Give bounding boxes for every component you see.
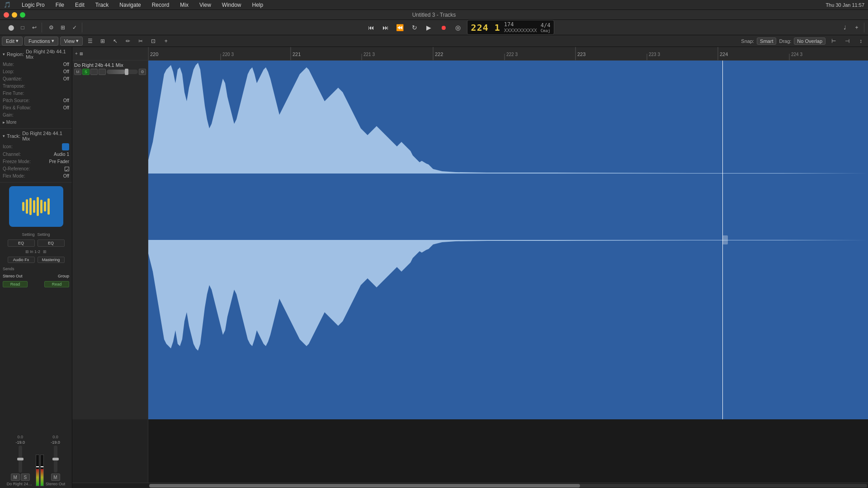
marquee-tool[interactable]: ⊡: [148, 36, 159, 46]
region-inspector-header[interactable]: ▾ Region: Do Right 24b 44.1 Mix: [3, 49, 69, 60]
channel-value[interactable]: Audio 1: [54, 151, 69, 158]
view-menu-btn[interactable]: View ▾: [60, 37, 83, 46]
pointer-tool[interactable]: ↖: [110, 36, 121, 46]
q-ref-checkbox[interactable]: ✓: [65, 167, 69, 171]
fast-forward-button[interactable]: ⏭: [380, 23, 391, 33]
list-view-btn[interactable]: ☰: [85, 36, 95, 46]
toolbar-metronome[interactable]: ♩: [840, 23, 850, 33]
track-mute-btn[interactable]: M: [74, 69, 81, 75]
icon-label: Icon:: [3, 144, 13, 150]
close-button[interactable]: [4, 12, 9, 18]
inspector-gain-row: Gain:: [3, 112, 69, 118]
track-settings-btn[interactable]: ⚙: [139, 69, 146, 75]
window-controls[interactable]: [4, 12, 25, 18]
menu-navigate[interactable]: Navigate: [118, 2, 142, 8]
menu-window[interactable]: Window: [220, 2, 243, 8]
pan-right-2: -19.0: [51, 440, 60, 445]
menu-edit[interactable]: Edit: [73, 2, 86, 8]
track-volume-fader[interactable]: [107, 70, 138, 74]
flex-follow-label: Flex & Follow:: [3, 105, 31, 111]
menu-logic-pro[interactable]: Logic Pro: [20, 2, 47, 8]
solo-btn-1[interactable]: S: [21, 474, 30, 481]
eq-btn-2[interactable]: EQ: [38, 239, 65, 247]
mastering-btn[interactable]: Mastering: [38, 257, 65, 263]
freeze-value[interactable]: Pre Fader: [49, 159, 69, 165]
channel-fader-2[interactable]: [54, 446, 57, 473]
in-2-btn[interactable]: ⊞: [43, 249, 47, 254]
toolbar-check[interactable]: ✓: [69, 23, 80, 33]
drag-value[interactable]: No Overlap: [794, 38, 826, 45]
track-inspector-header[interactable]: ▾ Track: Do Right 24b 44.1 Mix: [3, 131, 69, 141]
menu-file[interactable]: File: [54, 2, 66, 8]
zoom-out-h[interactable]: ⊣: [842, 36, 853, 46]
channel-fader-1[interactable]: [19, 446, 22, 473]
audio-fx-btn[interactable]: Audio Fx: [8, 257, 35, 263]
add-track-btn[interactable]: +: [160, 36, 171, 46]
scrollbar-thumb[interactable]: [149, 484, 580, 488]
pencil-tool[interactable]: ✏: [123, 36, 133, 46]
track-solo-btn[interactable]: S: [82, 69, 90, 75]
scrollbar-track[interactable]: [149, 484, 867, 488]
track-side-header: Do Right 24b 44.1 Mix M S ⚙: [72, 61, 148, 419]
menu-record[interactable]: Record: [150, 2, 171, 8]
rewind-button[interactable]: ⏮: [366, 23, 377, 33]
menu-view[interactable]: View: [198, 2, 213, 8]
menubar: 🎵 Logic Pro File Edit Track Navigate Rec…: [0, 0, 868, 10]
capture-button[interactable]: ◎: [453, 23, 463, 33]
empty-track-area: [72, 419, 868, 483]
icon-value[interactable]: [62, 143, 69, 150]
toolbar-glue[interactable]: ⊞: [57, 23, 68, 33]
quantize-value[interactable]: Off: [63, 76, 69, 82]
track-inspector: ▾ Track: Do Right 24b 44.1 Mix Icon: Cha…: [0, 129, 72, 183]
menu-help[interactable]: Help: [250, 2, 265, 8]
play-button[interactable]: ▶: [424, 23, 434, 33]
mute-value[interactable]: Off: [63, 61, 69, 68]
main-content: ▾ Region: Do Right 24b 44.1 Mix Mute: Of…: [0, 47, 868, 488]
add-track-btn[interactable]: +: [75, 51, 78, 56]
pitch-source-value[interactable]: Off: [63, 98, 69, 104]
toolbar-save[interactable]: ↩: [29, 23, 40, 33]
inspector-loop-row: Loop: Off: [3, 69, 69, 75]
snap-value[interactable]: Smart: [757, 38, 776, 45]
region-inspector: ▾ Region: Do Right 24b 44.1 Mix Mute: Of…: [0, 47, 72, 129]
track-record-btn[interactable]: [90, 69, 98, 75]
edit-menu-btn[interactable]: Edit ▾: [2, 37, 23, 46]
functions-menu-btn[interactable]: Functions ▾: [24, 37, 58, 46]
loop-value[interactable]: Off: [63, 69, 69, 75]
automation-read-btn-1[interactable]: Read: [3, 281, 28, 287]
vu-meter-left: [36, 455, 39, 486]
inspector-more-row[interactable]: ▸ More: [3, 119, 69, 126]
zoom-in-h[interactable]: ⊢: [828, 36, 839, 46]
mute-btn-1[interactable]: M: [11, 474, 20, 481]
setting-btn-2[interactable]: Setting: [38, 232, 50, 237]
mute-btn-2[interactable]: M: [51, 474, 60, 481]
flex-follow-value[interactable]: Off: [63, 105, 69, 111]
toolbar-new[interactable]: ⬤: [5, 23, 16, 33]
grid-view-btn[interactable]: ⊞: [97, 36, 108, 46]
toolbar-scissors[interactable]: ⚙: [46, 23, 57, 33]
waveform-canvas[interactable]: Do Right 24b 44.1 Mix Do Right 24b 44.1 …: [148, 61, 868, 419]
flex-mode-value[interactable]: Off: [63, 173, 69, 179]
toolbar-count-in[interactable]: +: [851, 23, 862, 33]
menu-mix[interactable]: Mix: [178, 2, 190, 8]
waveform-top: [148, 61, 868, 240]
setting-btn-1[interactable]: Setting: [22, 232, 34, 237]
zoom-in-v[interactable]: ↕: [855, 36, 866, 46]
scissors-tool[interactable]: ✂: [135, 36, 146, 46]
menu-track[interactable]: Track: [94, 2, 111, 8]
minimize-button[interactable]: [12, 12, 17, 18]
svg-text:220 3: 220 3: [222, 52, 234, 57]
track-input-monitor[interactable]: [99, 69, 106, 75]
automation-read-btn-2[interactable]: Read: [44, 281, 69, 287]
svg-text:222 3: 222 3: [506, 52, 518, 57]
eq-btn-1[interactable]: EQ: [8, 239, 35, 247]
toolbar-open[interactable]: □: [17, 23, 28, 33]
in-1-2-btn[interactable]: ⊞In 1-2: [25, 249, 40, 254]
maximize-button[interactable]: [20, 12, 25, 18]
record-button[interactable]: ⏺: [438, 23, 449, 33]
region-split-handle[interactable]: [722, 235, 728, 244]
cycle-button[interactable]: ↻: [409, 23, 420, 33]
horizontal-scrollbar[interactable]: [72, 483, 868, 488]
track-thumbnail-area: [0, 183, 72, 230]
go-to-start[interactable]: ⏪: [395, 23, 406, 33]
